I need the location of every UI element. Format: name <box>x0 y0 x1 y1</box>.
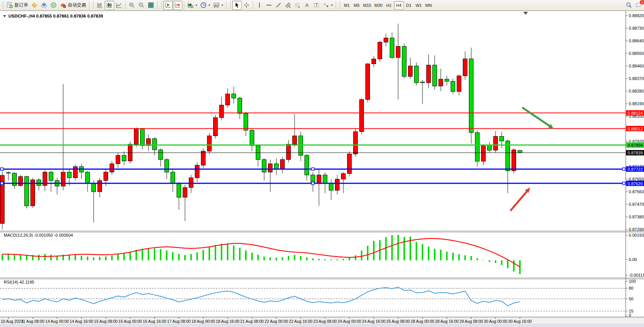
svg-text:0.88124: 0.88124 <box>628 111 643 115</box>
svg-text:0.87560: 0.87560 <box>629 189 644 194</box>
search-icon <box>626 2 632 8</box>
text-label-icon: T <box>313 2 320 8</box>
chart-bars-button[interactable] <box>95 1 105 10</box>
toolbar-grip[interactable] <box>339 2 341 9</box>
auto-trading-icon <box>60 2 66 8</box>
support-line-2-price-label: 0.87620 <box>626 181 644 186</box>
timeframe-m5-button[interactable]: M5 <box>352 1 362 10</box>
line-handle[interactable] <box>623 168 625 170</box>
svg-text:0.87839: 0.87839 <box>628 151 643 155</box>
green-level-line-price-label: 0.87894 <box>626 143 644 148</box>
timeframe-m15-button[interactable]: M15 <box>362 1 373 10</box>
signals-button[interactable] <box>49 1 58 10</box>
svg-text:22 Aug 16:00: 22 Aug 16:00 <box>289 319 312 324</box>
chat-badge: 1 <box>639 0 644 5</box>
auto-scroll-icon <box>165 2 171 8</box>
svg-text:28 Aug 16:00: 28 Aug 16:00 <box>435 319 459 324</box>
trendline-icon <box>275 2 282 8</box>
line-handle[interactable] <box>312 182 314 185</box>
periods-button[interactable]: ▾ <box>199 1 212 10</box>
shapes-button[interactable]: ▾ <box>321 1 334 10</box>
community-button[interactable] <box>39 1 49 10</box>
new-chart-button[interactable]: ▾ <box>186 1 199 10</box>
svg-text:0.87894: 0.87894 <box>628 143 643 147</box>
search-button[interactable] <box>624 1 634 10</box>
chart-window: 0.888200.887300.886400.885500.884600.883… <box>0 11 644 327</box>
chevron-down-icon: ▾ <box>196 3 197 7</box>
shapes-icon <box>323 2 329 8</box>
timeframe-m1-button[interactable]: M1 <box>342 1 352 10</box>
chevron-down-icon: ▾ <box>222 3 223 7</box>
toolbar-grip[interactable] <box>2 2 4 9</box>
timeframe-w1-button[interactable]: W1 <box>414 1 424 10</box>
svg-text:23 Aug 08:00: 23 Aug 08:00 <box>313 319 337 324</box>
hline-button[interactable] <box>264 1 274 10</box>
market-watch-button[interactable] <box>30 1 39 10</box>
crosshair-button[interactable] <box>242 1 251 10</box>
svg-text:18 Aug 16:00: 18 Aug 16:00 <box>216 319 239 324</box>
mt4-window: { "toolbar": { "groups": [ {"grip": true… <box>0 0 644 327</box>
chat-button[interactable]: 1 <box>634 1 643 10</box>
toolbar-separator <box>157 1 158 10</box>
sonar-icon <box>50 2 57 8</box>
svg-text:0.88190: 0.88190 <box>629 101 644 106</box>
timeframe-mn-button[interactable]: MN <box>424 1 434 10</box>
tile-windows-icon <box>148 2 154 8</box>
timeframe-h1-button[interactable]: H1 <box>384 1 394 10</box>
template-icon <box>213 2 220 8</box>
timeframe-d1-button[interactable]: D1 <box>404 1 414 10</box>
text-button[interactable]: A <box>302 1 312 10</box>
candle-chart-icon <box>106 2 113 8</box>
svg-text:24 Aug 16:00: 24 Aug 16:00 <box>362 319 386 324</box>
toolbar-grip[interactable] <box>160 2 162 9</box>
svg-text:0.88820: 0.88820 <box>629 13 644 18</box>
chart-candles-button[interactable] <box>105 1 114 10</box>
zoom-in-icon <box>129 2 135 8</box>
svg-text:29 Aug 08:00: 29 Aug 08:00 <box>459 319 483 324</box>
auto-scroll-button[interactable] <box>163 1 173 10</box>
toolbar-separator <box>336 1 336 10</box>
auto-trading-button-label: 自动交易 <box>68 2 86 8</box>
channel-icon: E <box>285 2 291 8</box>
svg-text:0.87722: 0.87722 <box>628 167 643 172</box>
text-label-button[interactable]: T <box>312 1 321 10</box>
templates-button[interactable]: ▾ <box>212 1 225 10</box>
rsi-axis-label: 80 <box>629 286 633 290</box>
timeframe-m30-button[interactable]: M30 <box>373 1 384 10</box>
chart-shift-button[interactable] <box>173 1 182 10</box>
fibonacci-button[interactable]: F <box>293 1 302 10</box>
new-order-button[interactable]: 新订单 <box>5 1 30 10</box>
line-handle[interactable] <box>312 168 314 170</box>
zoom-out-button[interactable] <box>137 1 146 10</box>
line-handle[interactable] <box>1 168 3 170</box>
chart-line-button[interactable] <box>114 1 124 10</box>
toolbar-grip[interactable] <box>229 2 231 9</box>
svg-text:A: A <box>305 2 309 8</box>
channel-button[interactable]: E <box>283 1 293 10</box>
zoom-in-button[interactable] <box>127 1 137 10</box>
fibonacci-icon: F <box>294 2 301 8</box>
rsi-axis-label: 0 <box>629 313 631 317</box>
tile-windows-button[interactable] <box>146 1 156 10</box>
toolbar-separator <box>226 1 226 10</box>
trendline-button[interactable] <box>274 1 283 10</box>
macd-axis-label: -0.001192 <box>629 273 644 277</box>
svg-text:21 Aug 08:00: 21 Aug 08:00 <box>240 319 264 324</box>
vline-button[interactable] <box>255 1 264 10</box>
timeframe-h4-button[interactable]: H4 <box>394 1 404 10</box>
new-order-icon <box>6 2 13 8</box>
svg-text:22 Aug 00:00: 22 Aug 00:00 <box>265 319 288 324</box>
svg-text:0.88012: 0.88012 <box>628 127 643 131</box>
toolbar-separator <box>125 1 126 10</box>
macd-axis-label: 0.001931 <box>629 233 644 237</box>
toolbar-separator <box>184 1 184 10</box>
line-handle[interactable] <box>1 182 3 185</box>
auto-trading-button[interactable]: 自动交易 <box>58 1 88 10</box>
toolbar-grip[interactable] <box>92 2 94 9</box>
macd-axis-label: 0.00 <box>629 257 637 262</box>
chevron-down-icon: ▾ <box>209 3 210 7</box>
cursor-icon <box>234 2 240 8</box>
svg-text:15 Aug 08:00: 15 Aug 08:00 <box>94 319 118 324</box>
line-handle[interactable] <box>623 182 625 185</box>
cursor-button[interactable] <box>232 1 242 10</box>
